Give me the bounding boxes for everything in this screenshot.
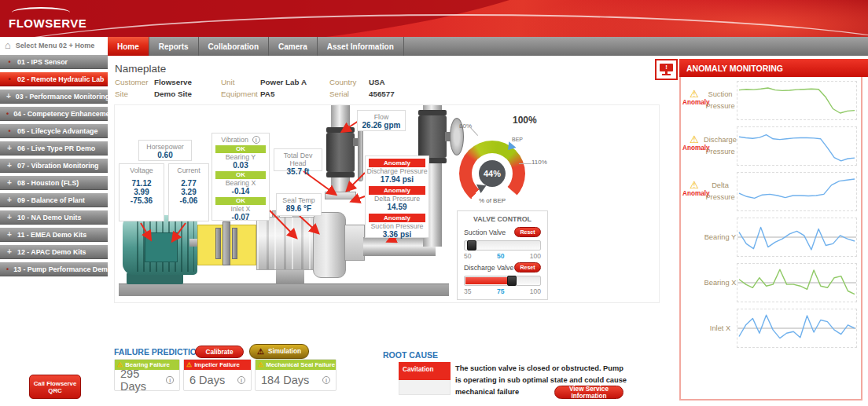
failure-card-days: 6 Days (189, 374, 225, 386)
tab-home[interactable]: Home (108, 37, 149, 56)
current-label: Current (169, 166, 208, 174)
sidebar-item-05-lifecycle-advantage[interactable]: •05 - Lifecycle Advantage (0, 124, 108, 138)
sidebar-header-label: Select Menu 02 + Home (16, 42, 94, 49)
expand-plus-icon: + (6, 144, 13, 152)
nameplate-field: EquipmentPA5 (221, 90, 329, 98)
sidebar-item-03-performance-monitoring[interactable]: +03 - Performance Monitoring (0, 90, 108, 104)
anomaly-monitor-row-label: Discharge Pressure (703, 126, 737, 166)
valve-scale-max: 100 (530, 287, 541, 295)
expand-plus-icon: + (6, 196, 13, 204)
tab-asset-information[interactable]: Asset Information (318, 37, 404, 56)
top-banner: FLOWSERVE (0, 0, 868, 37)
anomaly-row-label: Discharge Pressure (366, 167, 428, 175)
expand-plus-icon: + (6, 178, 13, 187)
failure-card-body: 6 Daysi (184, 370, 251, 390)
sidebar-item-06-live-type-pr-demo[interactable]: +06 - Live Type PR Demo (0, 141, 108, 155)
nameplate-field: CustomerFlowserve (115, 78, 221, 86)
sidebar-item-label: 10 - NA Demo Units (17, 214, 81, 221)
sidebar-item-12-apac-demo-kits[interactable]: +12 - APAC Demo Kits (0, 245, 108, 259)
calibrate-button[interactable]: Calibrate (195, 346, 244, 358)
info-icon[interactable]: i (252, 136, 260, 144)
pump-flange-rings (257, 218, 314, 269)
info-icon[interactable]: i (166, 376, 174, 384)
sidebar-item-04-competency-enhancement[interactable]: •04 - Competency Enhancement (0, 107, 108, 121)
valve-scale: 3575100 (464, 287, 541, 295)
tab-reports[interactable]: Reports (149, 37, 199, 56)
expand-plus-icon: + (6, 92, 11, 101)
sparkline-chart (737, 309, 857, 348)
sparkline-chart (737, 263, 857, 302)
call-flowserve-qrc-button[interactable]: Call Flowserve QRC (29, 375, 81, 399)
anomaly-monitor-row-suction-pressure: ⚠AnomalySuction Pressure (681, 81, 861, 120)
nameplate-field: CountryUSA (329, 78, 453, 86)
failure-card-impeller-failure: ⚠Impeller Failure6 Daysi (183, 359, 252, 391)
anomaly-monitor-icon-box (655, 59, 678, 80)
vibration-title: Vibration (221, 136, 248, 144)
sidebar-item-10-na-demo-units[interactable]: +10 - NA Demo Units (0, 210, 108, 225)
total-dev-head-box: Total Dev Head 35.7 ft (274, 148, 322, 171)
valve-slider-handle[interactable] (507, 276, 517, 286)
anomaly-status-bar: Anomaly (369, 214, 425, 222)
horsepower-box: Horsepower 0.60 (138, 140, 192, 161)
home-icon: ⌂ (5, 40, 11, 50)
valve-slider-handle[interactable] (467, 240, 476, 251)
view-service-information-button[interactable]: View Service Information (554, 386, 623, 399)
motor-plate (145, 232, 178, 262)
valve-slider-fill (465, 277, 509, 284)
reset-button[interactable]: Reset (514, 262, 541, 272)
flow-box: Flow 26.26 gpm (357, 110, 406, 131)
reset-button[interactable]: Reset (514, 227, 541, 237)
anomaly-monitor-row-discharge-pressure: ⚠AnomalyDischarge Pressure (681, 126, 861, 166)
sidebar-item-13-pump-performance-demo[interactable]: •13 - Pump Performance Demo (0, 262, 108, 276)
nameplate-field-label: Unit (221, 78, 260, 86)
sparkline-chart (737, 126, 857, 166)
nameplate-grid: CustomerFlowserveUnitPower Lab ACountryU… (115, 78, 453, 98)
valve-slider[interactable] (464, 240, 541, 251)
info-icon[interactable]: i (237, 376, 245, 384)
anomaly-monitoring-header: ANOMALY MONITORING (679, 59, 868, 77)
flowserve-logo: FLOWSERVE (9, 16, 86, 30)
sidebar-item-02-remote-hydraulic-lab[interactable]: •02 - Remote Hydraulic Lab (0, 72, 108, 86)
suction-pipe-valve[interactable] (418, 115, 447, 158)
motor (123, 215, 197, 275)
anomaly-monitor-row-bearing-x: Bearing X (681, 263, 861, 302)
tab-camera[interactable]: Camera (269, 37, 318, 56)
simulation-button[interactable]: ⚠ Simulation (249, 344, 309, 359)
anomaly-monitoring-panel: ⚠AnomalySuction Pressure⚠AnomalyDischarg… (679, 77, 862, 401)
info-icon[interactable]: i (322, 376, 330, 384)
sidebar-item-label: 13 - Pump Performance Demo (13, 265, 112, 273)
nameplate-field-value: Demo Site (154, 90, 192, 98)
valve-row-header: Suction ValveReset (464, 226, 541, 238)
sidebar-item-label: 02 - Remote Hydraulic Lab (17, 75, 104, 83)
sidebar-menu-header[interactable]: ⌂ Select Menu 02 + Home (0, 37, 108, 53)
discharge-flange (325, 192, 356, 199)
anomaly-status-bar: Anomaly (369, 159, 425, 167)
sidebar-item-label: 08 - Houston (FLS) (17, 179, 79, 187)
sidebar-menu: •01 - IPS Sensor•02 - Remote Hydraulic L… (0, 55, 108, 280)
sidebar-item-08-houston-fls-[interactable]: +08 - Houston (FLS) (0, 176, 108, 190)
failure-card-body: 295 Daysi (115, 370, 179, 390)
sidebar-item-11-emea-demo-kits[interactable]: +11 - EMEA Demo Kits (0, 228, 108, 242)
nameplate-field-value: Power Lab A (260, 78, 307, 86)
gauge-tick-110: 110% (531, 159, 547, 166)
base-platform (119, 283, 449, 296)
valve-slider[interactable] (464, 276, 541, 286)
warning-icon: ⚠ (257, 347, 264, 356)
sidebar-item-09-balance-of-plant[interactable]: +09 - Balance of Plant (0, 193, 108, 207)
sidebar-item-07-vibration-monitoring[interactable]: +07 - Vibration Monitoring (0, 159, 108, 173)
tab-bar: HomeReportsCollaborationCameraAsset Info… (108, 37, 868, 56)
valve-label: Discharge Valve (464, 264, 513, 272)
sidebar-item-label: 05 - Lifecycle Advantage (17, 127, 97, 135)
voltage-value: -75.36 (120, 196, 164, 205)
nameplate-field: UnitPower Lab A (221, 78, 329, 86)
discharge-pipe-valve[interactable] (326, 133, 355, 172)
sidebar-item-01-ips-sensor[interactable]: •01 - IPS Sensor (0, 55, 108, 69)
anomaly-monitor-row-bearing-y: Bearing Y (681, 218, 861, 257)
valve-scale-current: 50 (497, 252, 504, 260)
root-cause-item[interactable]: Cavitation (399, 362, 451, 380)
tab-collaboration[interactable]: Collaboration (199, 37, 269, 56)
app-root: FLOWSERVE ⌂ Select Menu 02 + Home •01 - … (0, 0, 868, 406)
anomaly-monitor-row-label: Suction Pressure (703, 81, 737, 120)
bullet-icon: • (6, 110, 9, 118)
valve-scale-min: 50 (464, 252, 471, 260)
